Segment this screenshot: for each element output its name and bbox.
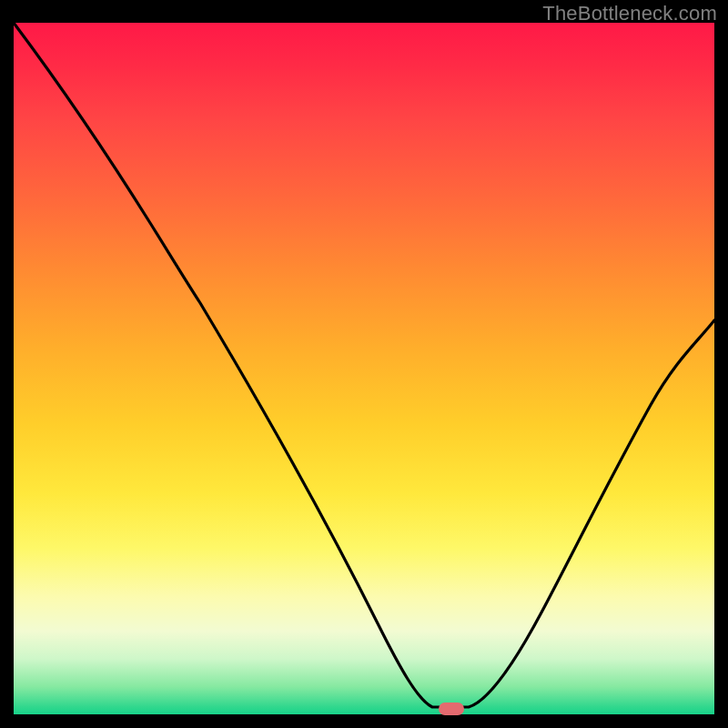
chart-frame: TheBottleneck.com — [0, 0, 728, 728]
watermark-text: TheBottleneck.com — [542, 2, 717, 25]
chart-plot-area — [14, 23, 714, 714]
bottleneck-curve-path — [14, 23, 714, 707]
optimum-marker — [439, 703, 464, 715]
bottleneck-curve — [14, 23, 714, 714]
